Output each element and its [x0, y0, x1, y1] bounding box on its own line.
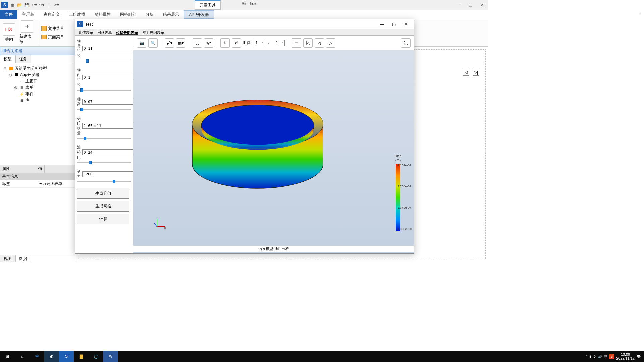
rotate-ccw-icon[interactable]: ↺ — [232, 38, 241, 48]
param-受力: 受力 — [77, 169, 131, 183]
camera-icon[interactable]: 📷 — [137, 38, 146, 48]
tree-item[interactable]: ▦库 — [2, 97, 73, 104]
menu-0[interactable]: 文件 — [0, 10, 17, 19]
minimize-button[interactable]: — — [452, 0, 464, 10]
param-input[interactable] — [82, 149, 133, 155]
browser-header: 组合浏览器 — [0, 47, 75, 55]
param-桶身半径: 桶身半径 — [77, 38, 131, 63]
app-icon[interactable]: S — [1, 2, 8, 8]
save-icon[interactable]: 💾 — [23, 2, 30, 8]
dialog-maximize-button[interactable]: ▢ — [388, 19, 400, 29]
param-slider[interactable] — [77, 88, 131, 92]
cube-color-icon[interactable]: ▦▾ — [176, 38, 185, 48]
menu-4[interactable]: 材料属性 — [90, 10, 115, 19]
dialog-tab-0[interactable]: 几何表单 — [78, 30, 93, 35]
tree-item[interactable]: ⊖🟧圆筒受力分析模型 — [2, 65, 73, 72]
menu-2[interactable]: 参数定义 — [39, 10, 64, 19]
axes-icon[interactable]: xyz — [204, 38, 213, 48]
props-col-property: 属性 — [0, 165, 36, 173]
menu-5[interactable]: 网格剖分 — [115, 10, 141, 19]
param-slider[interactable] — [77, 108, 131, 111]
dialog-tabs: 几何表单网格表单位移云图表单应力云图表单 — [75, 29, 414, 36]
param-input[interactable] — [82, 75, 133, 80]
time-select[interactable]: 1 — [254, 40, 264, 46]
props-group: 基本信息 — [0, 173, 36, 180]
page-menu-label: 页面菜单 — [48, 34, 64, 40]
tab-view[interactable]: 视图 — [0, 255, 15, 262]
rotate-cw-icon[interactable]: ↻ — [220, 38, 230, 48]
menu-6[interactable]: 分析 — [141, 10, 158, 19]
devtools-tab[interactable]: 开发工具 — [195, 0, 221, 10]
play-icon[interactable]: ▷ — [326, 38, 335, 48]
prev-frame-icon[interactable]: ◁ — [315, 38, 324, 48]
dialog-minimize-button[interactable]: — — [376, 19, 388, 29]
action-button[interactable]: 计算 — [77, 214, 129, 224]
fit-view-icon[interactable]: ⛶ — [193, 38, 202, 48]
close-form-button[interactable]: □✕ 关闭 — [0, 19, 18, 46]
menu-bar: 文件主屏幕参数定义三维建模材料属性网格剖分分析结果展示APP开发器 — [0, 10, 488, 19]
viewer-toolbar: 📷 🔍 🖌▾ ▦▾ ⛶ xyz ↻ ↺ 时间: 1 ⌐ 1 ▭ |◁ ◁ ▷ — [133, 36, 414, 50]
tab-task[interactable]: 任务 — [15, 55, 31, 63]
param-slider[interactable] — [77, 161, 131, 164]
param-slider[interactable] — [77, 180, 131, 183]
redo-icon[interactable]: ↷▾ — [38, 2, 45, 8]
props-label-value[interactable]: 应力云图表单 — [36, 180, 64, 187]
new-icon[interactable]: ▦ — [9, 2, 15, 8]
close-doc-icon: □✕ — [5, 26, 13, 33]
param-slider[interactable] — [77, 59, 131, 63]
tree-item[interactable]: ⚡事件 — [2, 91, 73, 97]
title-bar: S ▦ 📂 💾 ↶▾ ↷▾ | ⟳▾ 开发工具 Simdroid — ▢ ✕ ˄ — [0, 0, 488, 10]
tab-data[interactable]: 数据 — [15, 255, 31, 262]
open-icon[interactable]: 📂 — [16, 2, 23, 8]
prev-icon[interactable]: ◁ — [463, 69, 469, 76]
tab-model[interactable]: 模型 — [0, 55, 15, 63]
first-frame-icon[interactable]: |◁ — [303, 38, 313, 48]
param-input[interactable] — [82, 123, 133, 129]
folder-icon — [41, 26, 47, 31]
next-icon[interactable]: ▷| — [473, 69, 479, 76]
param-泊松比: 泊松比 — [77, 145, 131, 164]
window-controls: — ▢ ✕ — [452, 0, 488, 10]
viewer-panel: 📷 🔍 🖌▾ ▦▾ ⛶ xyz ↻ ↺ 时间: 1 ⌐ 1 ▭ |◁ ◁ ▷ — [133, 36, 414, 253]
maximize-button[interactable]: ▢ — [464, 0, 476, 10]
new-form-button[interactable]: + 新建表单 — [18, 19, 36, 46]
close-button[interactable]: ✕ — [476, 0, 488, 10]
action-button[interactable]: 生成几何 — [77, 188, 129, 199]
model-tree[interactable]: ⊖🟧圆筒受力分析模型⊖🅰App开发器▭主窗口⊕▤表单⚡事件▦库 — [0, 63, 75, 165]
frame-icon: ⌐ — [266, 38, 272, 48]
param-label: 受力 — [77, 169, 81, 179]
title-tab-group: 开发工具 — [195, 0, 221, 10]
param-input[interactable] — [82, 99, 133, 105]
color-legend: Disp （m） 4.137e-072.758e-071.379e-070.00… — [384, 154, 412, 232]
dialog-tab-1[interactable]: 网格表单 — [97, 30, 112, 35]
dialog-titlebar: S Test — ▢ ✕ — [75, 19, 414, 29]
dialog-close-button[interactable]: ✕ — [400, 19, 412, 29]
menu-7[interactable]: 结果展示 — [158, 10, 184, 19]
tree-item[interactable]: ▭主窗口 — [2, 78, 73, 84]
tree-item[interactable]: ⊖🅰App开发器 — [2, 72, 73, 78]
result-viewer[interactable]: zx Disp （m） 4.137e-072.758e-071.379e-070… — [133, 50, 414, 253]
frame-select[interactable]: 1 — [274, 40, 284, 46]
tree-item[interactable]: ⊕▤表单 — [2, 84, 73, 91]
refresh-icon[interactable]: ⟳▾ — [53, 2, 60, 8]
page-menu-item[interactable]: 页面菜单 — [41, 34, 64, 40]
record-icon[interactable]: ▭ — [292, 38, 301, 48]
file-menu-item[interactable]: 文件菜单 — [41, 26, 64, 32]
fullscreen-icon[interactable]: ⛶ — [401, 38, 411, 48]
param-input[interactable] — [82, 171, 133, 177]
app-title: Simdroid — [241, 1, 257, 6]
menu-1[interactable]: 主屏幕 — [17, 10, 39, 19]
paint-icon[interactable]: 🖌▾ — [165, 38, 174, 48]
dialog-tab-2[interactable]: 位移云图表单 — [116, 30, 138, 35]
param-label: 桶高 — [77, 97, 81, 107]
menu-3[interactable]: 三维建模 — [64, 10, 90, 19]
menu-8[interactable]: APP开发器 — [184, 10, 214, 19]
param-桶高: 桶高 — [77, 97, 131, 111]
param-slider[interactable] — [77, 137, 131, 140]
undo-icon[interactable]: ↶▾ — [31, 2, 38, 8]
action-button[interactable]: 生成网格 — [77, 201, 129, 212]
dialog-tab-3[interactable]: 应力云图表单 — [142, 30, 164, 35]
search-icon[interactable]: 🔍 — [148, 38, 158, 48]
param-input[interactable] — [82, 46, 133, 51]
dialog-title: Test — [85, 22, 93, 27]
